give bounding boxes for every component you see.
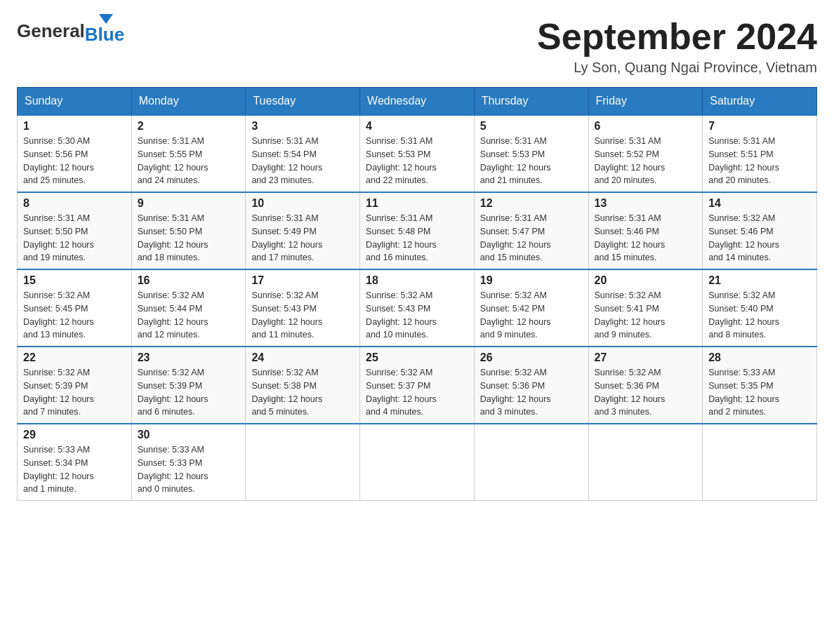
day-info: Sunrise: 5:31 AMSunset: 5:47 PMDaylight:…	[480, 212, 583, 264]
week-row-4: 22Sunrise: 5:32 AMSunset: 5:39 PMDayligh…	[18, 347, 817, 424]
day-info: Sunrise: 5:31 AMSunset: 5:50 PMDaylight:…	[138, 212, 240, 264]
day-info: Sunrise: 5:31 AMSunset: 5:49 PMDaylight:…	[251, 212, 354, 264]
calendar-cell: 6Sunrise: 5:31 AMSunset: 5:52 PMDaylight…	[588, 115, 703, 192]
logo-blue-part: Blue	[85, 17, 124, 46]
day-info: Sunrise: 5:32 AMSunset: 5:37 PMDaylight:…	[366, 366, 468, 419]
day-number: 2	[138, 120, 240, 133]
day-number: 6	[595, 120, 697, 133]
day-info: Sunrise: 5:32 AMSunset: 5:40 PMDaylight:…	[708, 289, 811, 342]
day-number: 5	[480, 120, 583, 133]
weekday-header-sunday: Sunday	[18, 88, 132, 116]
calendar-cell: 16Sunrise: 5:32 AMSunset: 5:44 PMDayligh…	[131, 269, 246, 347]
calendar-cell	[474, 424, 588, 501]
day-number: 23	[138, 351, 240, 364]
day-number: 4	[366, 120, 468, 133]
calendar-cell: 21Sunrise: 5:32 AMSunset: 5:40 PMDayligh…	[703, 269, 817, 347]
calendar-cell: 3Sunrise: 5:31 AMSunset: 5:54 PMDaylight…	[246, 115, 360, 192]
day-info: Sunrise: 5:32 AMSunset: 5:45 PMDaylight:…	[23, 289, 126, 342]
calendar-cell: 2Sunrise: 5:31 AMSunset: 5:55 PMDaylight…	[131, 115, 246, 192]
day-info: Sunrise: 5:32 AMSunset: 5:44 PMDaylight:…	[138, 289, 240, 342]
day-info: Sunrise: 5:33 AMSunset: 5:33 PMDaylight:…	[138, 443, 240, 496]
calendar-cell: 12Sunrise: 5:31 AMSunset: 5:47 PMDayligh…	[474, 192, 588, 269]
calendar-cell: 4Sunrise: 5:31 AMSunset: 5:53 PMDaylight…	[360, 115, 475, 192]
calendar-cell: 7Sunrise: 5:31 AMSunset: 5:51 PMDaylight…	[703, 115, 817, 192]
weekday-header-wednesday: Wednesday	[360, 88, 475, 116]
weekday-header-saturday: Saturday	[703, 88, 817, 116]
day-info: Sunrise: 5:31 AMSunset: 5:53 PMDaylight:…	[480, 135, 583, 187]
calendar-cell	[360, 424, 475, 501]
day-info: Sunrise: 5:31 AMSunset: 5:52 PMDaylight:…	[595, 135, 697, 187]
day-info: Sunrise: 5:31 AMSunset: 5:55 PMDaylight:…	[138, 135, 240, 187]
day-number: 13	[595, 197, 697, 210]
calendar-cell: 10Sunrise: 5:31 AMSunset: 5:49 PMDayligh…	[246, 192, 360, 269]
page-header: General Blue September 2024 Ly Son, Quan…	[17, 17, 817, 76]
logo-blue-text: Blue	[85, 24, 124, 46]
day-number: 11	[366, 197, 468, 210]
day-info: Sunrise: 5:32 AMSunset: 5:38 PMDaylight:…	[251, 366, 354, 419]
day-info: Sunrise: 5:31 AMSunset: 5:51 PMDaylight:…	[708, 135, 811, 187]
calendar-cell: 5Sunrise: 5:31 AMSunset: 5:53 PMDaylight…	[474, 115, 588, 192]
calendar-cell: 11Sunrise: 5:31 AMSunset: 5:48 PMDayligh…	[360, 192, 475, 269]
calendar-cell: 25Sunrise: 5:32 AMSunset: 5:37 PMDayligh…	[360, 347, 475, 424]
calendar-cell	[703, 424, 817, 501]
location-title: Ly Son, Quang Ngai Province, Vietnam	[537, 60, 817, 76]
weekday-header-monday: Monday	[131, 88, 246, 116]
calendar-cell: 1Sunrise: 5:30 AMSunset: 5:56 PMDaylight…	[18, 115, 132, 192]
day-info: Sunrise: 5:31 AMSunset: 5:46 PMDaylight:…	[595, 212, 697, 264]
day-number: 18	[366, 274, 468, 287]
day-number: 22	[23, 351, 126, 364]
day-info: Sunrise: 5:32 AMSunset: 5:39 PMDaylight:…	[23, 366, 126, 419]
day-number: 30	[138, 429, 240, 441]
day-info: Sunrise: 5:32 AMSunset: 5:43 PMDaylight:…	[251, 289, 354, 342]
day-number: 15	[23, 274, 126, 287]
day-info: Sunrise: 5:32 AMSunset: 5:36 PMDaylight:…	[595, 366, 697, 419]
logo-arrow-icon	[99, 14, 113, 24]
weekday-header-row: SundayMondayTuesdayWednesdayThursdayFrid…	[18, 88, 817, 116]
day-number: 19	[480, 274, 583, 287]
calendar-cell: 26Sunrise: 5:32 AMSunset: 5:36 PMDayligh…	[474, 347, 588, 424]
day-info: Sunrise: 5:32 AMSunset: 5:36 PMDaylight:…	[480, 366, 583, 419]
calendar-cell: 27Sunrise: 5:32 AMSunset: 5:36 PMDayligh…	[588, 347, 703, 424]
day-number: 17	[251, 274, 354, 287]
calendar-cell: 13Sunrise: 5:31 AMSunset: 5:46 PMDayligh…	[588, 192, 703, 269]
day-info: Sunrise: 5:32 AMSunset: 5:46 PMDaylight:…	[708, 212, 811, 264]
calendar-cell: 30Sunrise: 5:33 AMSunset: 5:33 PMDayligh…	[131, 424, 246, 501]
weekday-header-thursday: Thursday	[474, 88, 588, 116]
day-info: Sunrise: 5:31 AMSunset: 5:54 PMDaylight:…	[251, 135, 354, 187]
calendar-cell: 20Sunrise: 5:32 AMSunset: 5:41 PMDayligh…	[588, 269, 703, 347]
day-info: Sunrise: 5:32 AMSunset: 5:42 PMDaylight:…	[480, 289, 583, 342]
week-row-1: 1Sunrise: 5:30 AMSunset: 5:56 PMDaylight…	[18, 115, 817, 192]
calendar-cell: 14Sunrise: 5:32 AMSunset: 5:46 PMDayligh…	[703, 192, 817, 269]
calendar-cell: 9Sunrise: 5:31 AMSunset: 5:50 PMDaylight…	[131, 192, 246, 269]
calendar-cell: 29Sunrise: 5:33 AMSunset: 5:34 PMDayligh…	[18, 424, 132, 501]
weekday-header-friday: Friday	[588, 88, 703, 116]
day-number: 25	[366, 351, 468, 364]
calendar-cell	[588, 424, 703, 501]
day-info: Sunrise: 5:31 AMSunset: 5:48 PMDaylight:…	[366, 212, 468, 264]
day-number: 21	[708, 274, 811, 287]
day-info: Sunrise: 5:33 AMSunset: 5:34 PMDaylight:…	[23, 443, 126, 496]
day-number: 9	[138, 197, 240, 210]
day-number: 29	[23, 429, 126, 441]
calendar-cell: 28Sunrise: 5:33 AMSunset: 5:35 PMDayligh…	[703, 347, 817, 424]
day-number: 27	[595, 351, 697, 364]
logo-general-text: General	[17, 20, 85, 42]
day-info: Sunrise: 5:32 AMSunset: 5:43 PMDaylight:…	[366, 289, 468, 342]
day-info: Sunrise: 5:30 AMSunset: 5:56 PMDaylight:…	[23, 135, 126, 187]
week-row-2: 8Sunrise: 5:31 AMSunset: 5:50 PMDaylight…	[18, 192, 817, 269]
calendar-cell: 22Sunrise: 5:32 AMSunset: 5:39 PMDayligh…	[18, 347, 132, 424]
logo: General Blue	[17, 17, 124, 46]
calendar-cell: 15Sunrise: 5:32 AMSunset: 5:45 PMDayligh…	[18, 269, 132, 347]
day-number: 8	[23, 197, 126, 210]
day-info: Sunrise: 5:33 AMSunset: 5:35 PMDaylight:…	[708, 366, 811, 419]
day-number: 3	[251, 120, 354, 133]
calendar-cell: 19Sunrise: 5:32 AMSunset: 5:42 PMDayligh…	[474, 269, 588, 347]
day-info: Sunrise: 5:32 AMSunset: 5:41 PMDaylight:…	[595, 289, 697, 342]
day-number: 28	[708, 351, 811, 364]
day-info: Sunrise: 5:31 AMSunset: 5:50 PMDaylight:…	[23, 212, 126, 264]
calendar-cell: 18Sunrise: 5:32 AMSunset: 5:43 PMDayligh…	[360, 269, 475, 347]
day-number: 10	[251, 197, 354, 210]
calendar-table: SundayMondayTuesdayWednesdayThursdayFrid…	[17, 87, 817, 501]
month-title: September 2024	[537, 17, 817, 57]
calendar-cell: 17Sunrise: 5:32 AMSunset: 5:43 PMDayligh…	[246, 269, 360, 347]
